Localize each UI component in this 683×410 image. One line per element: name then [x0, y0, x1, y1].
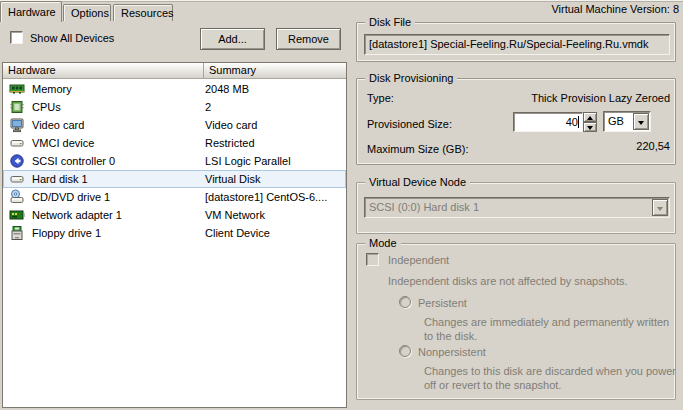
device-summary: VM Network: [205, 209, 345, 221]
disk-file-group-title: Disk File: [365, 16, 415, 29]
chevron-down-icon: [638, 121, 644, 125]
device-list: Memory 2048 MB CPUs 2 Video card Video c…: [3, 79, 346, 242]
tab-hardware[interactable]: Hardware: [0, 1, 62, 22]
independent-label: Independent: [388, 254, 449, 266]
device-row-cpus[interactable]: CPUs 2: [3, 98, 346, 116]
device-row-cd-dvd[interactable]: CD/DVD drive 1 [datastore1] CentOS-6....: [3, 188, 346, 206]
type-value: Thick Provision Lazy Zeroed: [531, 92, 670, 104]
device-name: VMCI device: [32, 137, 205, 149]
device-summary: Video card: [205, 119, 345, 131]
device-summary: [datastore1] CentOS-6....: [205, 191, 345, 203]
show-all-devices-label: Show All Devices: [30, 32, 114, 44]
device-row-memory[interactable]: Memory 2048 MB: [3, 80, 346, 98]
disk-provisioning-group: Disk Provisioning Type: Thick Provision …: [356, 78, 676, 165]
column-header-hardware[interactable]: Hardware: [3, 63, 204, 78]
cpu-icon: [9, 99, 25, 115]
tabstrip-baseline: [0, 0, 683, 2]
column-header-summary[interactable]: Summary: [204, 63, 346, 78]
device-row-hard-disk[interactable]: Hard disk 1 Virtual Disk: [3, 170, 346, 188]
independent-checkbox: [366, 253, 379, 266]
type-label: Type:: [367, 92, 394, 104]
vm-properties-dialog: { "window": { "version_label": "Virtual …: [0, 0, 683, 410]
device-name: CPUs: [32, 101, 205, 113]
device-summary: Restricted: [205, 137, 345, 149]
scsi-controller-icon: [9, 153, 25, 169]
cd-dvd-icon: [9, 189, 25, 205]
device-summary: LSI Logic Parallel: [205, 155, 345, 167]
provisioned-size-stepper: [583, 112, 597, 132]
spin-up-button[interactable]: [583, 112, 597, 122]
virtual-device-node-group-title: Virtual Device Node: [365, 176, 470, 189]
device-summary: Virtual Disk: [205, 173, 345, 185]
virtual-device-node-select: SCSI (0:0) Hard disk 1: [364, 197, 670, 218]
mode-group: Mode Independent Independent disks are n…: [356, 243, 676, 400]
persistent-description: Changes are immediately and permanently …: [424, 315, 676, 343]
virtual-device-node-value: SCSI (0:0) Hard disk 1: [369, 201, 479, 213]
tab-resources-label: Resources: [121, 7, 174, 19]
disk-file-group: Disk File [datastore1] Special-Feeling.R…: [356, 22, 676, 62]
device-summary: 2048 MB: [205, 83, 345, 95]
remove-device-button[interactable]: Remove: [276, 28, 341, 50]
nonpersistent-description: Changes to this disk are discarded when …: [424, 364, 680, 392]
down-arrow-icon: [587, 126, 593, 130]
persistent-label: Persistent: [418, 297, 467, 309]
mode-group-title: Mode: [365, 237, 401, 250]
size-unit-select[interactable]: GB: [603, 111, 651, 132]
provisioned-size-label: Provisioned Size:: [367, 118, 452, 130]
device-row-network-adapter[interactable]: Network adapter 1 VM Network: [3, 206, 346, 224]
device-name: Hard disk 1: [32, 173, 205, 185]
nonpersistent-label: Nonpersistent: [418, 346, 486, 358]
device-name: Video card: [32, 119, 205, 131]
tab-hardware-label: Hardware: [8, 6, 56, 18]
device-row-video-card[interactable]: Video card Video card: [3, 116, 346, 134]
device-row-vmci[interactable]: VMCI device Restricted: [3, 134, 346, 152]
tab-options-label: Options: [71, 7, 109, 19]
size-unit-value: GB: [608, 115, 624, 127]
network-adapter-icon: [9, 207, 25, 223]
text-caret: [578, 116, 579, 128]
max-size-label: Maximum Size (GB):: [367, 143, 468, 155]
max-size-value: 220,54: [636, 140, 670, 152]
memory-icon: [9, 81, 25, 97]
vm-version-label: Virtual Machine Version: 8: [551, 3, 679, 15]
spin-down-button[interactable]: [583, 122, 597, 132]
nonpersistent-radio: [399, 345, 411, 357]
device-name: Network adapter 1: [32, 209, 205, 221]
provisioned-size-value: 40: [566, 116, 578, 128]
tab-options[interactable]: Options: [63, 4, 111, 21]
vmci-device-icon: [9, 135, 25, 151]
device-name: Floppy drive 1: [32, 227, 205, 239]
device-name: CD/DVD drive 1: [32, 191, 205, 203]
device-row-scsi-controller[interactable]: SCSI controller 0 LSI Logic Parallel: [3, 152, 346, 170]
virtual-device-node-group: Virtual Device Node SCSI (0:0) Hard disk…: [356, 182, 676, 234]
disk-provisioning-group-title: Disk Provisioning: [365, 72, 457, 85]
device-table-header: Hardware Summary: [3, 63, 346, 79]
device-name: Memory: [32, 83, 205, 95]
hard-disk-icon: [9, 171, 25, 187]
device-row-floppy[interactable]: Floppy drive 1 Client Device: [3, 224, 346, 242]
chevron-down-icon: [657, 207, 663, 211]
provisioned-size-input[interactable]: 40: [513, 112, 583, 132]
tab-resources[interactable]: Resources: [113, 4, 173, 21]
independent-description: Independent disks are not affected by sn…: [388, 275, 628, 287]
device-summary: Client Device: [205, 227, 345, 239]
floppy-drive-icon: [9, 225, 25, 241]
add-device-button[interactable]: Add...: [200, 28, 265, 50]
persistent-radio: [399, 296, 411, 308]
device-table: Hardware Summary Memory 2048 MB CPUs 2 V…: [2, 62, 347, 408]
device-summary: 2: [205, 101, 345, 113]
up-arrow-icon: [587, 116, 593, 120]
dropdown-button[interactable]: [633, 113, 649, 130]
disk-file-path-field[interactable]: [datastore1] Special-Feeling.Ru/Special-…: [364, 34, 670, 55]
device-name: SCSI controller 0: [32, 155, 205, 167]
video-card-icon: [9, 117, 25, 133]
show-all-devices-checkbox[interactable]: [10, 31, 23, 44]
dropdown-button: [652, 199, 668, 216]
